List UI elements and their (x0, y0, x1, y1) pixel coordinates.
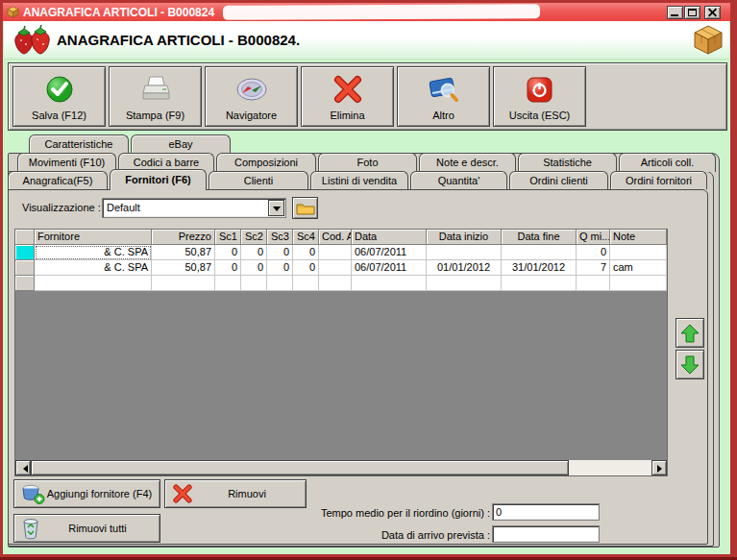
cell-note[interactable]: cam (610, 260, 667, 276)
other-button[interactable]: Altro (397, 66, 490, 127)
minimize-button[interactable] (667, 6, 683, 19)
tab-quantita[interactable]: Quantita' (410, 171, 507, 189)
cell-data-inizio[interactable]: 01/01/2012 (427, 260, 502, 276)
cell-note[interactable] (610, 245, 667, 260)
remove-all-button[interactable]: Rimuovi tutti (13, 514, 160, 543)
maximize-button[interactable] (684, 6, 700, 19)
scrollbar-thumb[interactable] (31, 460, 569, 475)
cell-sc3[interactable]: 0 (267, 260, 293, 276)
tab-anagrafica[interactable]: Anagrafica(F5) (8, 171, 108, 189)
tab-ebay[interactable]: eBay (131, 134, 231, 154)
title-bar: ANAGRAFICA ARTICOLI - B000824 (3, 3, 730, 21)
tab-listini-di-vendita[interactable]: Listini di vendita (310, 171, 408, 189)
cell-sc2[interactable]: 0 (241, 260, 267, 276)
power-icon (494, 73, 585, 106)
cell-data[interactable]: 06/07/2011 (352, 245, 427, 260)
cell-sc4[interactable]: 0 (293, 260, 319, 276)
close-button[interactable] (704, 6, 721, 19)
cell-data-inizio[interactable] (427, 245, 502, 260)
tab-note-e-descr[interactable]: Note e descr. (419, 153, 516, 172)
save-button[interactable]: Salva (F12) (12, 66, 106, 127)
tab-foto[interactable]: Foto (318, 153, 417, 172)
cell-cod-art[interactable] (319, 245, 352, 260)
col-header-sc3: Sc3 (267, 230, 293, 245)
cell-fornitore[interactable]: & C. SPA (35, 260, 152, 276)
page-title: ANAGRAFICA ARTICOLI - B000824. (57, 32, 300, 48)
tab-articoli-coll[interactable]: Articoli coll. (619, 153, 716, 172)
tab-fornitori-selected[interactable]: Fornitori (F6) (110, 169, 207, 190)
cell-sc1[interactable]: 0 (215, 245, 241, 260)
cell-sc1[interactable]: 0 (215, 260, 241, 276)
tab-ordini-fornitori[interactable]: Ordini fornitori (610, 171, 707, 189)
tab-composizioni[interactable]: Composizioni (216, 153, 316, 172)
table-row[interactable]: & C. SPA 50,87 0 0 0 0 06/07/2011 0 (15, 245, 667, 260)
strawberries-icon (12, 24, 54, 57)
col-header-data-fine: Data fine (502, 230, 577, 245)
remove-button[interactable]: Rimuovi (164, 479, 307, 508)
cell-cod-art[interactable] (319, 260, 352, 276)
cell-prezzo[interactable]: 50,87 (152, 245, 215, 260)
horizontal-scrollbar[interactable] (15, 460, 667, 475)
cell-fornitore[interactable]: & C. SPA (35, 245, 152, 260)
toolbar: Salva (F12) Stampa (F9) (8, 62, 727, 131)
folder-icon (296, 201, 315, 216)
move-down-button[interactable] (676, 350, 704, 379)
add-supplier-button[interactable]: Aggiungi fornitore (F4) (13, 479, 160, 508)
cell-sc3[interactable]: 0 (267, 245, 293, 260)
view-selector-value: Default (107, 202, 140, 213)
col-header-sc1: Sc1 (215, 230, 241, 245)
header: ANAGRAFICA ARTICOLI - B000824. (4, 21, 729, 60)
col-header-sc2: Sc2 (241, 230, 267, 245)
window-body: ANAGRAFICA ARTICOLI - B000824 ANAGRAFICA… (3, 3, 730, 554)
green-arrow-down-icon (680, 354, 700, 376)
tab-caratteristiche[interactable]: Caratteristiche (29, 134, 129, 154)
view-selector-label: Visualizzazione : (22, 202, 101, 213)
scroll-left-button[interactable] (15, 460, 31, 475)
tab-statistiche[interactable]: Statistiche (518, 153, 617, 172)
col-header-q-min: Q mi... (577, 230, 610, 245)
table-row[interactable]: & C. SPA 50,87 0 0 0 0 06/07/2011 01/01/… (15, 260, 667, 276)
col-header-selector (15, 230, 35, 245)
arrival-date-input[interactable] (492, 525, 600, 543)
cell-sc4[interactable]: 0 (293, 245, 319, 260)
arrow-right-icon (657, 465, 666, 473)
cell-prezzo[interactable]: 50,87 (152, 260, 215, 276)
redacted-area (223, 4, 540, 20)
cell-q-min[interactable]: 7 (577, 260, 610, 276)
red-x-icon (302, 73, 393, 106)
cell-data-fine[interactable]: 31/01/2012 (502, 260, 577, 276)
col-header-data: Data (352, 230, 427, 245)
exit-button[interactable]: Uscita (ESC) (493, 66, 586, 127)
tab-clienti[interactable]: Clienti (209, 171, 308, 189)
cell-q-min[interactable]: 0 (577, 245, 610, 260)
scroll-right-button[interactable] (651, 460, 667, 475)
recycle-bin-icon (20, 517, 41, 540)
row-selector[interactable] (15, 260, 35, 276)
table-row-empty[interactable] (15, 276, 667, 291)
printer-icon (110, 73, 201, 106)
col-header-prezzo: Prezzo (152, 230, 215, 245)
move-up-button[interactable] (676, 318, 704, 348)
tab-movimenti[interactable]: Movimenti (F10) (17, 153, 116, 172)
cell-data[interactable]: 06/07/2011 (352, 260, 427, 276)
add-box-icon (20, 482, 45, 505)
reorder-days-input[interactable] (492, 503, 600, 521)
view-selector-combobox[interactable]: Default (102, 198, 286, 218)
print-button[interactable]: Stampa (F9) (109, 66, 202, 127)
cell-data-fine[interactable] (502, 245, 577, 260)
compass-icon (206, 73, 297, 106)
chevron-down-icon[interactable] (268, 200, 284, 216)
view-folder-button[interactable] (292, 197, 318, 219)
red-x-icon (171, 483, 194, 504)
cell-sc2[interactable]: 0 (241, 245, 267, 260)
reorder-days-label: Tempo medio per il riordino (giorni) : (293, 507, 490, 519)
row-selector[interactable] (15, 276, 35, 291)
row-selector-current[interactable] (15, 245, 35, 260)
window-title: ANAGRAFICA ARTICOLI - B000824 (23, 6, 214, 19)
col-header-data-inizio: Data inizio (427, 230, 502, 245)
tab-ordini-clienti[interactable]: Ordini clienti (509, 171, 608, 189)
app-cube-icon (7, 6, 19, 18)
delete-button[interactable]: Elimina (301, 66, 394, 127)
suppliers-grid: Fornitore Prezzo Sc1 Sc2 Sc3 Sc4 Cod. Ar… (14, 229, 668, 476)
navigator-button[interactable]: Navigatore (205, 66, 298, 127)
